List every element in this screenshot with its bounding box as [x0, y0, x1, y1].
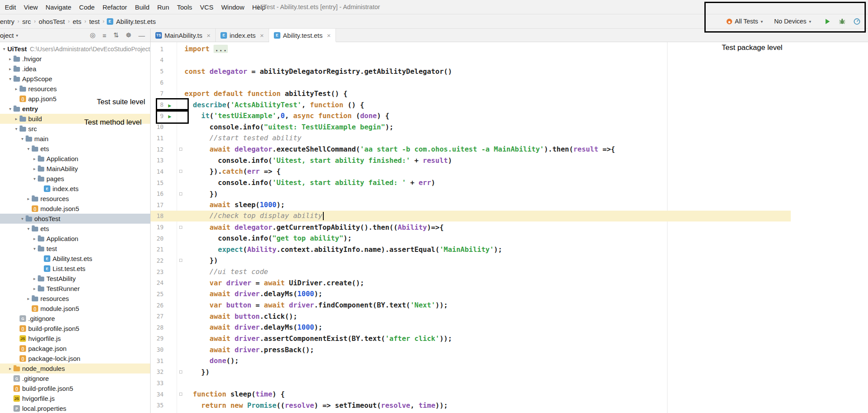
tree-item-.gitignore[interactable]: G.gitignore	[0, 373, 150, 383]
fold-marker-icon[interactable]	[179, 148, 182, 151]
code-text[interactable]: var button = await driver.findComponent(…	[184, 301, 791, 309]
run-config-selector[interactable]: All Tests ▾	[727, 18, 763, 25]
code-text[interactable]: export default function abilityTest() {	[184, 89, 791, 98]
code-text[interactable]: done();	[184, 357, 791, 365]
tab-Ability.test.ets[interactable]: EAbility.test.ets×	[269, 29, 336, 42]
tab-MainAbility.ts[interactable]: TSMainAbility.ts×	[151, 29, 216, 42]
code-text[interactable]: describe('ActsAbilityTest', function () …	[184, 101, 791, 109]
code-text[interactable]: await driver.delayMs(1000);	[184, 323, 791, 331]
project-panel-title[interactable]: Project	[0, 32, 14, 39]
fold-marker-icon[interactable]	[179, 259, 182, 262]
code-text[interactable]: await driver.delayMs(1000);	[184, 290, 791, 298]
close-icon[interactable]: ×	[327, 32, 331, 39]
collapsed-arrow-icon[interactable]: ▸	[25, 196, 32, 201]
collapsed-arrow-icon[interactable]: ▸	[7, 56, 13, 61]
tree-item-build-profile.json5[interactable]: {}build-profile.json5	[0, 324, 150, 334]
fold-marker-icon[interactable]	[179, 393, 182, 396]
menu-item-edit[interactable]: Edit	[1, 0, 20, 14]
menu-item-window[interactable]: Window	[217, 0, 248, 14]
close-icon[interactable]: ×	[207, 32, 210, 39]
tree-item-local.properties[interactable]: Plocal.properties	[0, 403, 150, 413]
code-text[interactable]: await driver.assertComponentExist(BY.tex…	[184, 334, 791, 343]
expanded-arrow-icon[interactable]: ▾	[31, 246, 38, 251]
collapsed-arrow-icon[interactable]: ▸	[7, 66, 13, 71]
menu-item-code[interactable]: Code	[75, 0, 99, 14]
expand-collapse-icon[interactable]: ⇅	[113, 31, 119, 39]
device-selector[interactable]: No Devices ▾	[774, 18, 811, 25]
breadcrumb-src[interactable]: src	[21, 18, 32, 25]
tree-item-package.json[interactable]: {}package.json	[0, 344, 150, 354]
collapsed-arrow-icon[interactable]: ▸	[13, 86, 20, 91]
menu-item-refactor[interactable]: Refactor	[99, 0, 131, 14]
breadcrumb-test[interactable]: test	[88, 18, 100, 25]
code-text[interactable]: console.info('Uitest, start ability fini…	[184, 156, 791, 165]
tree-item-.hvigor[interactable]: ▸.hvigor	[0, 54, 150, 64]
run-test-icon[interactable]: ▶	[168, 102, 171, 109]
tree-item-resources[interactable]: ▸resources	[0, 84, 150, 94]
menu-item-vcs[interactable]: VCS	[196, 0, 217, 14]
tree-item-main[interactable]: ▾main	[0, 134, 150, 144]
code-text[interactable]: import ...	[184, 45, 791, 53]
menu-item-run[interactable]: Run	[153, 0, 173, 14]
expanded-arrow-icon[interactable]: ▾	[31, 176, 38, 181]
tree-item-module.json5[interactable]: {}module.json5	[0, 204, 150, 214]
code-text[interactable]: var driver = await UiDriver.create();	[184, 279, 791, 287]
expanded-arrow-icon[interactable]: ▾	[25, 146, 32, 151]
tree-item-node_modules[interactable]: ▸node_modules	[0, 363, 150, 373]
run-button[interactable]	[822, 17, 832, 26]
tree-item-.idea[interactable]: ▸.idea	[0, 64, 150, 74]
debug-button[interactable]	[837, 17, 847, 26]
tree-item-resources[interactable]: ▸resources	[0, 194, 150, 204]
tree-item-hvigorfile.js[interactable]: JShvigorfile.js	[0, 393, 150, 403]
code-text[interactable]: await delegator.executeShellCommand('aa …	[184, 145, 791, 153]
tree-item-hvigorfile.js[interactable]: JShvigorfile.js	[0, 334, 150, 344]
code-text[interactable]: //check top display ability	[184, 211, 791, 220]
code-text[interactable]: const delegator = abilityDelegatorRegist…	[184, 67, 791, 76]
collapsed-arrow-icon[interactable]: ▸	[31, 276, 38, 281]
tree-item-Application[interactable]: ▸Application	[0, 154, 150, 164]
code-text[interactable]: //ui test code	[184, 268, 791, 276]
tab-index.ets[interactable]: Eindex.ets×	[216, 29, 269, 42]
collapsed-arrow-icon[interactable]: ▸	[13, 116, 20, 121]
menu-item-navigate[interactable]: Navigate	[42, 0, 75, 14]
profiler-button[interactable]	[852, 17, 861, 26]
code-text[interactable]: await delegator.getCurrentTopAbility().t…	[184, 223, 791, 231]
collapsed-arrow-icon[interactable]: ▸	[31, 156, 38, 161]
collapsed-arrow-icon[interactable]: ▸	[31, 236, 38, 241]
tree-item-UiTest[interactable]: ▾UiTestC:\Users\Administrator\DevEcoStud…	[0, 44, 150, 54]
expanded-arrow-icon[interactable]: ▾	[1, 46, 7, 51]
code-text[interactable]: })	[184, 256, 791, 264]
tree-item-AppScope[interactable]: ▾AppScope	[0, 74, 150, 84]
code-text[interactable]: //start tested ability	[184, 134, 791, 142]
menu-item-tools[interactable]: Tools	[173, 0, 196, 14]
code-text[interactable]: }).catch(err => {	[184, 167, 791, 175]
tree-item-ets[interactable]: ▾ets	[0, 144, 150, 154]
tree-item-TestAbility[interactable]: ▸TestAbility	[0, 274, 150, 284]
code-text[interactable]: await button.click();	[184, 312, 791, 320]
tree-item-index.ets[interactable]: Eindex.ets	[0, 184, 150, 194]
code-text[interactable]: })	[184, 190, 791, 198]
tree-item-module.json5[interactable]: {}module.json5	[0, 304, 150, 314]
tree-item-ohosTest[interactable]: ▾ohosTest	[0, 214, 150, 224]
code-text[interactable]: await sleep(1000);	[184, 201, 791, 209]
view-options-icon[interactable]: ≡	[102, 32, 106, 39]
tree-item-build-profile.json5[interactable]: {}build-profile.json5	[0, 383, 150, 393]
expanded-arrow-icon[interactable]: ▾	[13, 126, 20, 131]
hide-panel-icon[interactable]: ―	[138, 32, 145, 39]
code-text[interactable]: return new Promise((resolve) => setTimeo…	[184, 401, 791, 410]
tree-item-Application[interactable]: ▸Application	[0, 234, 150, 244]
expanded-arrow-icon[interactable]: ▾	[19, 136, 26, 141]
fold-marker-icon[interactable]	[179, 192, 182, 195]
expanded-arrow-icon[interactable]: ▾	[7, 106, 13, 111]
code-text[interactable]: console.info("get top ability");	[184, 234, 791, 242]
tree-item-Ability.test.ets[interactable]: EAbility.test.ets	[0, 254, 150, 264]
breadcrumb-Ability.test.ets[interactable]: Ability.test.ets	[115, 18, 157, 25]
breadcrumb-ohosTest[interactable]: ohosTest	[38, 18, 66, 25]
tree-item-resources[interactable]: ▸resources	[0, 294, 150, 304]
collapsed-arrow-icon[interactable]: ▸	[7, 366, 13, 371]
fold-marker-icon[interactable]	[179, 370, 182, 373]
expanded-arrow-icon[interactable]: ▾	[7, 76, 13, 81]
tree-item-pages[interactable]: ▾pages	[0, 174, 150, 184]
fold-marker-icon[interactable]	[179, 226, 182, 229]
tree-item-List.test.ets[interactable]: EList.test.ets	[0, 264, 150, 274]
